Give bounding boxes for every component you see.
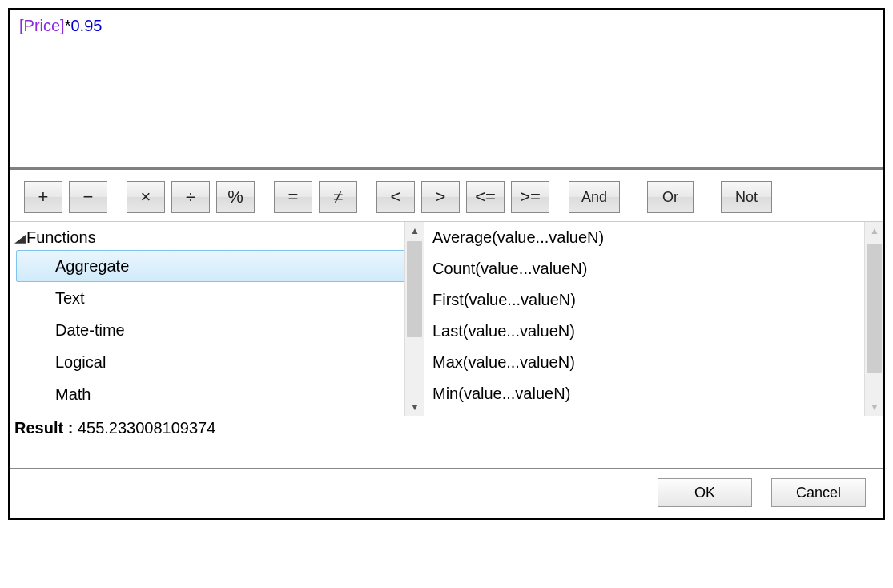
scroll-down-icon[interactable]: ▼: [865, 398, 884, 416]
tree-item-text[interactable]: Text: [16, 282, 406, 314]
tree-item-label: Math: [55, 385, 91, 403]
expression-number-token: 0.95: [70, 17, 102, 34]
tree-item-label: Date-time: [55, 321, 125, 339]
scroll-down-icon[interactable]: ▼: [405, 398, 424, 416]
function-item-max[interactable]: Max(value...valueN): [424, 347, 883, 378]
greaterthan-button[interactable]: >: [421, 181, 460, 213]
notequals-button[interactable]: ≠: [319, 181, 357, 213]
function-item-first[interactable]: First(value...valueN): [424, 284, 883, 316]
expression-input[interactable]: [Price]*0.95: [10, 10, 883, 170]
scroll-up-icon[interactable]: ▲: [865, 222, 884, 240]
function-item-min[interactable]: Min(value...valueN): [424, 378, 883, 409]
tree-root-label: Functions: [26, 228, 96, 247]
operator-toolbar: + − × ÷ % = ≠ < > <= >= And Or Not: [10, 170, 883, 222]
function-item-last[interactable]: Last(value...valueN): [424, 316, 883, 347]
result-value: 455.233008109374: [78, 419, 215, 437]
lists-container: ◢ Functions Aggregate Text Date-time Log…: [10, 222, 883, 416]
tree-item-math[interactable]: Math: [16, 378, 406, 410]
lessthanequal-button[interactable]: <=: [466, 181, 505, 213]
equals-button[interactable]: =: [274, 181, 312, 213]
left-scrollbar[interactable]: ▲ ▼: [404, 222, 424, 416]
scroll-thumb[interactable]: [867, 244, 882, 373]
tree-item-logical[interactable]: Logical: [16, 346, 406, 378]
function-label: Max(value...valueN): [432, 353, 575, 371]
function-label: Last(value...valueN): [432, 322, 575, 340]
dialog-button-bar: OK Cancel: [10, 469, 883, 518]
scroll-thumb[interactable]: [407, 241, 422, 337]
result-bar: Result : 455.233008109374: [10, 416, 883, 469]
caret-down-icon: ◢: [14, 232, 26, 244]
tree-item-aggregate[interactable]: Aggregate: [16, 250, 406, 282]
plus-button[interactable]: +: [24, 181, 62, 213]
function-item-average[interactable]: Average(value...valueN): [424, 222, 883, 253]
scroll-up-icon[interactable]: ▲: [405, 222, 424, 240]
and-button[interactable]: And: [569, 181, 620, 213]
tree-item-label: Logical: [55, 353, 106, 371]
expression-field-token: [Price]: [19, 17, 65, 34]
category-tree: ◢ Functions Aggregate Text Date-time Log…: [10, 222, 424, 415]
lessthan-button[interactable]: <: [376, 181, 415, 213]
ok-button[interactable]: OK: [658, 478, 752, 507]
or-button[interactable]: Or: [647, 181, 694, 213]
not-button[interactable]: Not: [721, 181, 772, 213]
function-label: First(value...valueN): [432, 291, 576, 308]
tree-root-functions[interactable]: ◢ Functions: [10, 227, 424, 250]
divide-button[interactable]: ÷: [171, 181, 210, 213]
minus-button[interactable]: −: [69, 181, 107, 213]
tree-item-label: Text: [55, 289, 85, 307]
function-list-panel: Average(value...valueN) Count(value...va…: [424, 222, 883, 416]
function-label: Count(value...valueN): [432, 260, 587, 277]
function-label: Average(value...valueN): [432, 228, 604, 246]
function-label: Min(value...valueN): [432, 385, 570, 402]
cancel-button[interactable]: Cancel: [771, 478, 866, 507]
modulo-button[interactable]: %: [216, 181, 255, 213]
greaterthanequal-button[interactable]: >=: [511, 181, 549, 213]
expression-editor-dialog: [Price]*0.95 + − × ÷ % = ≠ < > <= >= And…: [8, 8, 885, 520]
tree-item-label: Aggregate: [55, 257, 129, 275]
multiply-button[interactable]: ×: [127, 181, 165, 213]
function-item-count[interactable]: Count(value...valueN): [424, 253, 883, 284]
category-tree-panel: ◢ Functions Aggregate Text Date-time Log…: [10, 222, 424, 416]
tree-item-datetime[interactable]: Date-time: [16, 314, 406, 346]
result-label: Result :: [14, 419, 78, 437]
right-scrollbar[interactable]: ▲ ▼: [864, 222, 883, 416]
